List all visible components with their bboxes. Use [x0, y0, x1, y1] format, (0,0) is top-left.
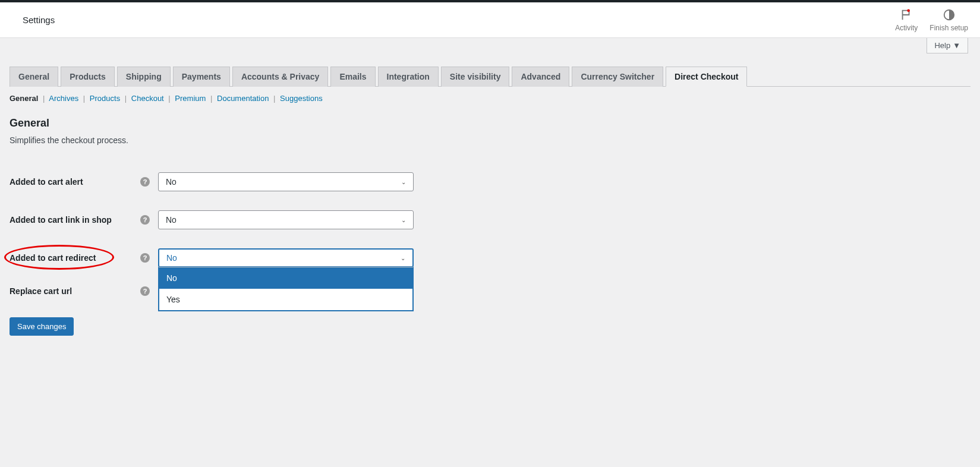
subsub-premium[interactable]: Premium — [175, 94, 206, 103]
help-tooltip-icon[interactable]: ? — [140, 177, 150, 187]
added-to-cart-link-value: No — [166, 215, 177, 225]
flag-icon — [900, 8, 913, 21]
chevron-down-icon: ⌄ — [401, 255, 405, 261]
tab-integration[interactable]: Integration — [378, 67, 439, 87]
tab-payments[interactable]: Payments — [173, 67, 230, 87]
tab-site-visibility[interactable]: Site visibility — [441, 67, 510, 87]
section-description: Simplifies the checkout process. — [10, 135, 970, 145]
tab-currency-switcher[interactable]: Currency Switcher — [572, 67, 663, 87]
added-to-cart-redirect-dropdown: No Yes — [158, 267, 414, 311]
added-to-cart-redirect-value: No — [166, 253, 177, 263]
help-tooltip-icon[interactable]: ? — [140, 286, 150, 296]
nav-tabs: General Products Shipping Payments Accou… — [10, 38, 970, 87]
subsub-documentation[interactable]: Documentation — [217, 94, 269, 103]
subsubsub-nav: General | Archives | Products | Checkout… — [10, 87, 970, 110]
added-to-cart-redirect-label: Added to cart redirect — [10, 253, 140, 263]
replace-cart-url-label: Replace cart url — [10, 286, 140, 296]
added-to-cart-redirect-select[interactable]: No ⌄ — [158, 248, 414, 267]
help-tab[interactable]: Help ▼ — [927, 38, 968, 53]
tab-emails[interactable]: Emails — [330, 67, 375, 87]
subsub-checkout[interactable]: Checkout — [131, 94, 164, 103]
added-to-cart-alert-label: Added to cart alert — [10, 177, 140, 187]
page-title: Settings — [23, 15, 55, 25]
finish-setup-button[interactable]: Finish setup — [929, 8, 968, 32]
tab-products[interactable]: Products — [61, 67, 115, 87]
tab-accounts-privacy[interactable]: Accounts & Privacy — [232, 67, 329, 87]
help-tooltip-icon[interactable]: ? — [140, 253, 150, 263]
added-to-cart-alert-select[interactable]: No ⌄ — [158, 172, 414, 191]
added-to-cart-link-label: Added to cart link in shop — [10, 215, 140, 225]
save-changes-button[interactable]: Save changes — [10, 317, 74, 336]
chevron-down-icon: ⌄ — [401, 217, 406, 223]
circle-half-icon — [943, 8, 956, 21]
added-to-cart-alert-value: No — [166, 177, 177, 187]
help-label: Help — [934, 41, 950, 50]
tab-shipping[interactable]: Shipping — [117, 67, 171, 87]
tab-advanced[interactable]: Advanced — [512, 67, 569, 87]
chevron-down-icon: ▼ — [953, 41, 960, 50]
dropdown-option-no[interactable]: No — [159, 267, 412, 289]
help-tooltip-icon[interactable]: ? — [140, 215, 150, 225]
added-to-cart-link-select[interactable]: No ⌄ — [158, 210, 414, 229]
page-header: Settings Activity Finish setup — [0, 2, 980, 38]
activity-button[interactable]: Activity — [895, 8, 918, 32]
finish-setup-label: Finish setup — [929, 24, 968, 32]
svg-point-0 — [907, 9, 910, 12]
subsub-suggestions[interactable]: Suggestions — [280, 94, 323, 103]
chevron-down-icon: ⌄ — [401, 179, 406, 185]
section-heading: General — [10, 117, 970, 130]
tab-general[interactable]: General — [10, 67, 58, 87]
subsub-products[interactable]: Products — [90, 94, 120, 103]
dropdown-option-yes[interactable]: Yes — [159, 289, 412, 310]
tab-direct-checkout[interactable]: Direct Checkout — [666, 67, 747, 87]
subsub-archives[interactable]: Archives — [49, 94, 78, 103]
subsub-general[interactable]: General — [10, 94, 38, 103]
activity-label: Activity — [895, 24, 918, 32]
